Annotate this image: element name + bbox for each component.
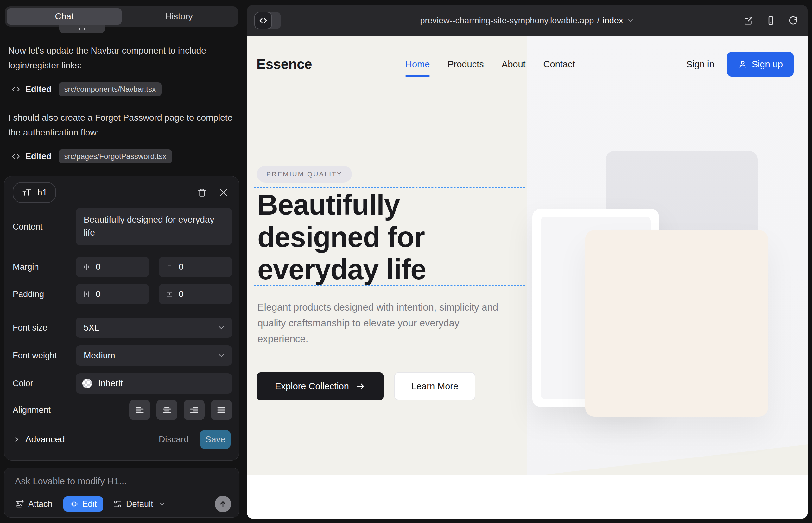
close-editor-button[interactable] bbox=[217, 185, 231, 199]
selected-element-outline[interactable]: Beautifully designed for everyday life bbox=[254, 187, 525, 286]
font-weight-select[interactable]: Medium bbox=[76, 345, 232, 366]
learn-more-button[interactable]: Learn More bbox=[394, 372, 475, 400]
preview-browser-bar: preview--charming-site-symphony.lovable.… bbox=[247, 5, 808, 36]
advanced-toggle[interactable]: Advanced bbox=[13, 434, 65, 445]
margin-y-input[interactable]: 0 bbox=[159, 257, 232, 277]
chevron-down-icon bbox=[217, 351, 226, 360]
site-logo[interactable]: Essence bbox=[257, 56, 312, 72]
chat-message-list: Now let's update the Navbar component to… bbox=[8, 43, 234, 177]
edit-label: Edit bbox=[82, 499, 97, 509]
selected-element-pill[interactable]: h1 bbox=[13, 182, 56, 203]
scrolled-out-chip bbox=[59, 25, 105, 33]
edited-label: Edited bbox=[25, 152, 52, 161]
chevron-down-icon bbox=[217, 324, 226, 332]
padding-horizontal-icon bbox=[82, 290, 91, 298]
user-icon bbox=[738, 59, 747, 69]
element-editor-panel: h1 Content Beautifully designed for ever… bbox=[4, 176, 239, 461]
image-plus-icon bbox=[15, 499, 24, 509]
edited-file-row[interactable]: Edited src/components/Navbar.tsx bbox=[12, 82, 234, 96]
sidebar: Chat History Now let's update the Navbar… bbox=[0, 0, 245, 523]
padding-y-input[interactable]: 0 bbox=[159, 284, 232, 304]
sign-up-label: Sign up bbox=[752, 59, 783, 70]
section-below-hero bbox=[247, 475, 808, 519]
tab-chat[interactable]: Chat bbox=[7, 8, 122, 25]
preview-site: Essence Home Products About Contact Sign… bbox=[247, 36, 808, 519]
tab-history[interactable]: History bbox=[122, 8, 236, 25]
margin-vertical-icon bbox=[165, 263, 174, 271]
color-label: Color bbox=[13, 379, 76, 389]
align-right-button[interactable] bbox=[184, 400, 205, 420]
discard-button[interactable]: Discard bbox=[159, 434, 189, 445]
dot bbox=[84, 28, 85, 30]
margin-x-input[interactable]: 0 bbox=[76, 257, 149, 277]
margin-x-value: 0 bbox=[96, 262, 101, 272]
file-chip[interactable]: src/pages/ForgotPassword.tsx bbox=[58, 149, 172, 163]
open-external-button[interactable] bbox=[744, 16, 754, 26]
font-size-select[interactable]: 5XL bbox=[76, 318, 232, 338]
margin-row: Margin 0 0 bbox=[13, 257, 232, 277]
color-row: Color Inherit bbox=[13, 373, 232, 394]
content-input[interactable]: Beautifully designed for everyday life bbox=[76, 208, 232, 245]
url-page: index bbox=[603, 16, 623, 26]
font-weight-value: Medium bbox=[84, 350, 115, 361]
chat-message: Now let's update the Navbar component to… bbox=[8, 43, 234, 73]
font-size-label: Font size bbox=[13, 323, 76, 333]
type-icon bbox=[21, 188, 33, 197]
edited-label: Edited bbox=[25, 85, 52, 94]
attach-button[interactable]: Attach bbox=[15, 499, 53, 509]
edited-file-row[interactable]: Edited src/pages/ForgotPassword.tsx bbox=[12, 149, 234, 163]
color-select[interactable]: Inherit bbox=[76, 373, 232, 394]
auth-actions: Sign in Sign up bbox=[686, 52, 794, 77]
editor-footer: Advanced Discard Save bbox=[13, 430, 231, 449]
composer-input[interactable]: Ask Lovable to modify H1... bbox=[15, 476, 127, 487]
send-button[interactable] bbox=[215, 496, 231, 512]
alignment-label: Alignment bbox=[13, 405, 76, 415]
dot bbox=[79, 28, 81, 30]
explore-label: Explore Collection bbox=[275, 381, 349, 392]
align-justify-button[interactable] bbox=[211, 400, 232, 420]
save-button[interactable]: Save bbox=[200, 430, 231, 449]
refresh-button[interactable] bbox=[788, 16, 798, 26]
chat-message: I should also create a Forgot Password p… bbox=[8, 110, 234, 140]
nav-about[interactable]: About bbox=[502, 59, 526, 70]
mode-label: Default bbox=[126, 499, 153, 509]
sign-up-button[interactable]: Sign up bbox=[727, 52, 794, 77]
refresh-icon bbox=[788, 16, 798, 26]
hero-cta-row: Explore Collection Learn More bbox=[257, 372, 475, 400]
app-window: Chat History Now let's update the Navbar… bbox=[0, 0, 812, 523]
browser-actions bbox=[744, 5, 798, 36]
explore-collection-button[interactable]: Explore Collection bbox=[257, 372, 384, 400]
font-weight-label: Font weight bbox=[13, 351, 76, 361]
editor-header: h1 bbox=[13, 182, 231, 203]
chevron-right-icon bbox=[13, 435, 21, 444]
padding-label: Padding bbox=[13, 289, 76, 299]
nav-products[interactable]: Products bbox=[447, 59, 483, 70]
smartphone-icon bbox=[766, 16, 776, 26]
preview-window: preview--charming-site-symphony.lovable.… bbox=[247, 5, 808, 519]
nav-home[interactable]: Home bbox=[405, 59, 430, 70]
content-row: Content Beautifully designed for everyda… bbox=[13, 208, 232, 245]
decorative-card-beige bbox=[585, 230, 768, 417]
content-label: Content bbox=[13, 222, 76, 232]
file-chip[interactable]: src/components/Navbar.tsx bbox=[58, 82, 161, 96]
nav-contact[interactable]: Contact bbox=[544, 59, 575, 70]
arrow-right-icon bbox=[356, 381, 366, 391]
margin-y-value: 0 bbox=[179, 262, 184, 272]
mobile-view-button[interactable] bbox=[766, 16, 776, 26]
hero-badge: PREMIUM QUALITY bbox=[257, 166, 352, 183]
url-breadcrumb[interactable]: preview--charming-site-symphony.lovable.… bbox=[247, 5, 808, 36]
font-size-row: Font size 5XL bbox=[13, 318, 232, 338]
external-link-icon bbox=[744, 16, 754, 26]
align-center-button[interactable] bbox=[156, 400, 177, 420]
attach-label: Attach bbox=[28, 499, 53, 509]
mode-select[interactable]: Default bbox=[113, 499, 166, 509]
sign-in-button[interactable]: Sign in bbox=[686, 59, 714, 70]
margin-horizontal-icon bbox=[82, 263, 91, 271]
padding-x-input[interactable]: 0 bbox=[76, 284, 149, 304]
align-left-button[interactable] bbox=[129, 400, 150, 420]
edit-mode-button[interactable]: Edit bbox=[63, 497, 104, 511]
url-separator: / bbox=[597, 16, 600, 26]
color-value: Inherit bbox=[98, 378, 123, 389]
delete-element-button[interactable] bbox=[195, 185, 209, 199]
hero-heading[interactable]: Beautifully designed for everyday life bbox=[258, 189, 486, 286]
